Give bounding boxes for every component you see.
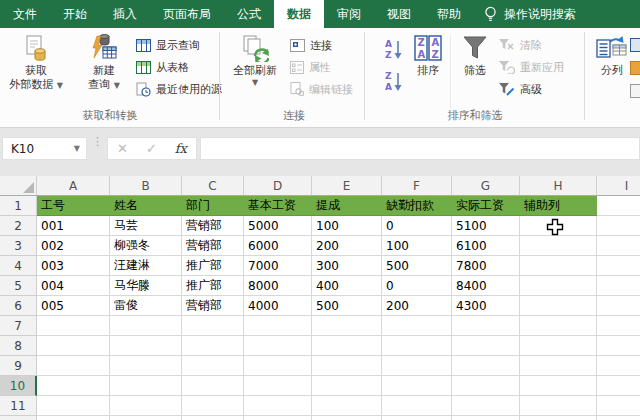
cell-D9[interactable] <box>244 356 312 376</box>
cell-F11[interactable] <box>382 396 452 416</box>
cell-B11[interactable] <box>110 396 182 416</box>
cell-B8[interactable] <box>110 336 182 356</box>
formula-bar-resize-handle[interactable]: ⋮ <box>92 138 103 145</box>
cell-E3[interactable]: 200 <box>312 236 382 256</box>
cell-G1[interactable]: 实际工资 <box>452 196 520 216</box>
cell-D1[interactable]: 基本工资 <box>244 196 312 216</box>
row-header-8[interactable]: 8 <box>0 336 37 356</box>
cell-I6[interactable] <box>597 296 640 316</box>
cell-C3[interactable]: 营销部 <box>182 236 244 256</box>
cell-A4[interactable]: 003 <box>37 256 110 276</box>
column-header-I[interactable]: I <box>597 176 640 196</box>
ribbon-tab-2[interactable]: 插入 <box>100 0 150 28</box>
ribbon-tab-1[interactable]: 开始 <box>50 0 100 28</box>
tell-me-search[interactable]: 操作说明搜索 <box>474 0 576 28</box>
row-header-2[interactable]: 2 <box>0 216 37 236</box>
sort-descending-button[interactable]: Z A <box>383 71 404 91</box>
row-header-4[interactable]: 4 <box>0 256 37 276</box>
ribbon-tab-5[interactable]: 数据 <box>274 0 324 28</box>
refresh-all-button[interactable]: 全部刷新 ▼ <box>226 32 284 108</box>
cell-C4[interactable]: 推广部 <box>182 256 244 276</box>
cell-C6[interactable]: 营销部 <box>182 296 244 316</box>
cell-D10[interactable] <box>244 376 312 396</box>
cell-I7[interactable] <box>597 316 640 336</box>
cell-D2[interactable]: 5000 <box>244 216 312 236</box>
cell-A12[interactable] <box>37 416 110 420</box>
cell-I3[interactable] <box>597 236 640 256</box>
cell-A8[interactable] <box>37 336 110 356</box>
ribbon-tab-7[interactable]: 视图 <box>374 0 424 28</box>
cell-E5[interactable]: 400 <box>312 276 382 296</box>
cell-G3[interactable]: 6100 <box>452 236 520 256</box>
cell-A11[interactable] <box>37 396 110 416</box>
ribbon-tab-4[interactable]: 公式 <box>224 0 274 28</box>
flash-fill-icon-partial[interactable] <box>630 38 640 52</box>
cell-E6[interactable]: 500 <box>312 296 382 316</box>
cell-E2[interactable]: 100 <box>312 216 382 236</box>
cell-I5[interactable] <box>597 276 640 296</box>
cell-C7[interactable] <box>182 316 244 336</box>
cell-A6[interactable]: 005 <box>37 296 110 316</box>
cell-D6[interactable]: 4000 <box>244 296 312 316</box>
cell-E1[interactable]: 提成 <box>312 196 382 216</box>
cell-H7[interactable] <box>520 316 597 336</box>
cell-E11[interactable] <box>312 396 382 416</box>
cell-F9[interactable] <box>382 356 452 376</box>
sort-button[interactable]: Z A A Z 排序 <box>406 32 450 108</box>
cell-E8[interactable] <box>312 336 382 356</box>
cell-C10[interactable] <box>182 376 244 396</box>
row-header-1[interactable]: 1 <box>0 196 37 216</box>
cell-I10[interactable] <box>597 376 640 396</box>
cell-B1[interactable]: 姓名 <box>110 196 182 216</box>
cell-H9[interactable] <box>520 356 597 376</box>
cancel-entry-icon[interactable]: ✕ <box>117 141 128 156</box>
row-header-7[interactable]: 7 <box>0 316 37 336</box>
cell-H10[interactable] <box>520 376 597 396</box>
cell-I12[interactable] <box>597 416 640 420</box>
cell-H12[interactable] <box>520 416 597 420</box>
row-header-5[interactable]: 5 <box>0 276 37 296</box>
formula-input[interactable] <box>200 137 640 160</box>
row-header-9[interactable]: 9 <box>0 356 37 376</box>
cell-B12[interactable] <box>110 416 182 420</box>
row-header-10[interactable]: 10 <box>0 376 37 396</box>
cell-F7[interactable] <box>382 316 452 336</box>
remove-duplicates-icon-partial[interactable] <box>630 61 640 75</box>
column-header-C[interactable]: C <box>182 176 244 196</box>
show-queries-button[interactable]: 显示查询 <box>136 35 200 55</box>
cell-B3[interactable]: 柳强冬 <box>110 236 182 256</box>
recent-sources-button[interactable]: 最近使用的源 <box>136 79 222 99</box>
column-header-H[interactable]: H <box>520 176 597 196</box>
column-header-E[interactable]: E <box>312 176 382 196</box>
cell-G6[interactable]: 4300 <box>452 296 520 316</box>
row-header-3[interactable]: 3 <box>0 236 37 256</box>
cell-I11[interactable] <box>597 396 640 416</box>
cell-H8[interactable] <box>520 336 597 356</box>
cell-H6[interactable] <box>520 296 597 316</box>
column-header-D[interactable]: D <box>244 176 312 196</box>
text-to-columns-button[interactable]: 分列 <box>590 32 634 108</box>
cell-C1[interactable]: 部门 <box>182 196 244 216</box>
cell-C8[interactable] <box>182 336 244 356</box>
column-header-G[interactable]: G <box>452 176 520 196</box>
cell-D7[interactable] <box>244 316 312 336</box>
cell-G8[interactable] <box>452 336 520 356</box>
cell-G5[interactable]: 8400 <box>452 276 520 296</box>
cell-H4[interactable] <box>520 256 597 276</box>
cell-H5[interactable] <box>520 276 597 296</box>
cell-I1[interactable] <box>597 196 640 216</box>
advanced-filter-button[interactable]: 高级 <box>498 79 542 99</box>
cell-E10[interactable] <box>312 376 382 396</box>
cell-E4[interactable]: 300 <box>312 256 382 276</box>
connections-button[interactable]: 连接 <box>290 35 332 55</box>
cell-E9[interactable] <box>312 356 382 376</box>
cell-F12[interactable] <box>382 416 452 420</box>
cell-A9[interactable] <box>37 356 110 376</box>
ribbon-tab-3[interactable]: 页面布局 <box>150 0 224 28</box>
cell-B6[interactable]: 雷俊 <box>110 296 182 316</box>
cell-A10[interactable] <box>37 376 110 396</box>
cell-B10[interactable] <box>110 376 182 396</box>
cell-G2[interactable]: 5100 <box>452 216 520 236</box>
insert-function-icon[interactable]: fx <box>175 141 187 156</box>
ribbon-tab-8[interactable]: 帮助 <box>424 0 474 28</box>
